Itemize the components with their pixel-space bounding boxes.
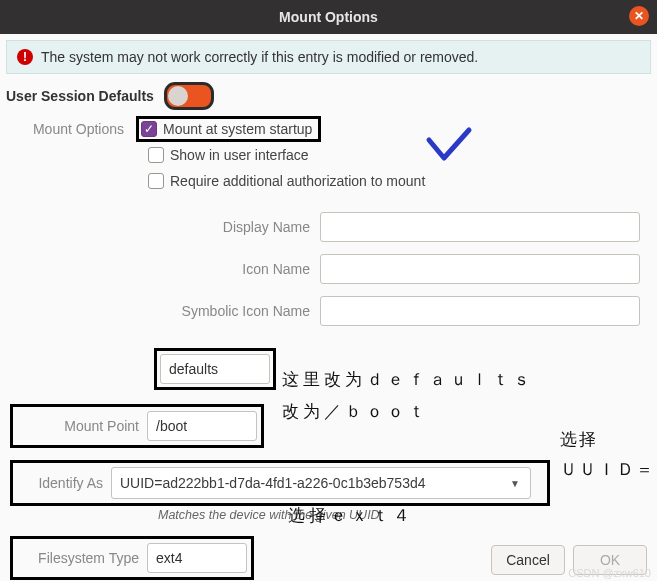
annotation-box-defaults (154, 348, 276, 390)
annotation-checkmark-icon (424, 126, 474, 166)
annotation-uuid-2: ＵＵＩＤ＝．．． (560, 458, 657, 481)
warning-text: The system may not work correctly if thi… (41, 49, 478, 65)
dialog-title: Mount Options (279, 9, 378, 25)
icon-name-input[interactable] (320, 254, 640, 284)
chevron-down-icon: ▼ (510, 478, 520, 489)
watermark: CSDN @zxw610 (568, 567, 651, 579)
annotation-boot: 改为／ｂｏｏｔ (282, 400, 429, 423)
checkbox-auth[interactable] (148, 173, 164, 189)
annotation-box-fstype: Filesystem Type (10, 536, 254, 580)
fs-type-input[interactable] (147, 543, 247, 573)
display-name-input[interactable] (320, 212, 640, 242)
close-icon: ✕ (634, 9, 644, 23)
display-name-row: Display Name (10, 212, 647, 242)
auth-row: Require additional authorization to moun… (10, 168, 647, 194)
identify-as-label: Identify As (17, 475, 103, 491)
annotation-uuid-1: 选择 (560, 428, 598, 451)
symbolic-icon-label: Symbolic Icon Name (10, 303, 310, 319)
checkbox-auth-label: Require additional authorization to moun… (170, 173, 425, 189)
symbolic-icon-input[interactable] (320, 296, 640, 326)
identify-as-value: UUID=ad222bb1-d7da-4fd1-a226-0c1b3eb753d… (120, 475, 426, 491)
cancel-label: Cancel (506, 552, 550, 568)
checkbox-startup-label: Mount at system startup (163, 121, 312, 137)
annotation-box-startup: ✓ Mount at system startup (136, 116, 321, 142)
icon-name-row: Icon Name (10, 254, 647, 284)
show-ui-row: Show in user interface (10, 142, 647, 168)
session-defaults-toggle[interactable] (164, 82, 214, 110)
identify-as-row: Identify As UUID=ad222bb1-d7da-4fd1-a226… (10, 460, 647, 506)
checkbox-show-ui-label: Show in user interface (170, 147, 309, 163)
annotation-box-identify: Identify As UUID=ad222bb1-d7da-4fd1-a226… (10, 460, 550, 506)
display-name-label: Display Name (10, 219, 310, 235)
annotation-box-mountpoint: Mount Point (10, 404, 264, 448)
toggle-knob (168, 86, 188, 106)
dialog-titlebar: Mount Options ✕ (0, 0, 657, 34)
cancel-button[interactable]: Cancel (491, 545, 565, 575)
warning-icon: ! (17, 49, 33, 65)
mount-options-row: Mount Options ✓ Mount at system startup (10, 116, 647, 142)
checkbox-show-ui[interactable] (148, 147, 164, 163)
fs-type-label: Filesystem Type (17, 550, 139, 566)
mount-point-input[interactable] (147, 411, 257, 441)
mount-options-label: Mount Options (10, 121, 136, 137)
section-title: User Session Defaults (6, 88, 154, 104)
mount-point-label: Mount Point (17, 418, 139, 434)
icon-name-label: Icon Name (10, 261, 310, 277)
warning-banner: ! The system may not work correctly if t… (6, 40, 651, 74)
ok-label: OK (600, 552, 620, 568)
close-button[interactable]: ✕ (629, 6, 649, 26)
options-string-input[interactable] (160, 354, 270, 384)
section-header: User Session Defaults (0, 78, 657, 112)
checkbox-startup[interactable]: ✓ (141, 121, 157, 137)
identify-as-combo[interactable]: UUID=ad222bb1-d7da-4fd1-a226-0c1b3eb753d… (111, 467, 531, 499)
annotation-ext4: 选择ｅｘｔ４ (288, 504, 414, 527)
annotation-defaults: 这里改为ｄｅｆａｕｌｔｓ (282, 368, 534, 391)
symbolic-icon-row: Symbolic Icon Name (10, 296, 647, 326)
